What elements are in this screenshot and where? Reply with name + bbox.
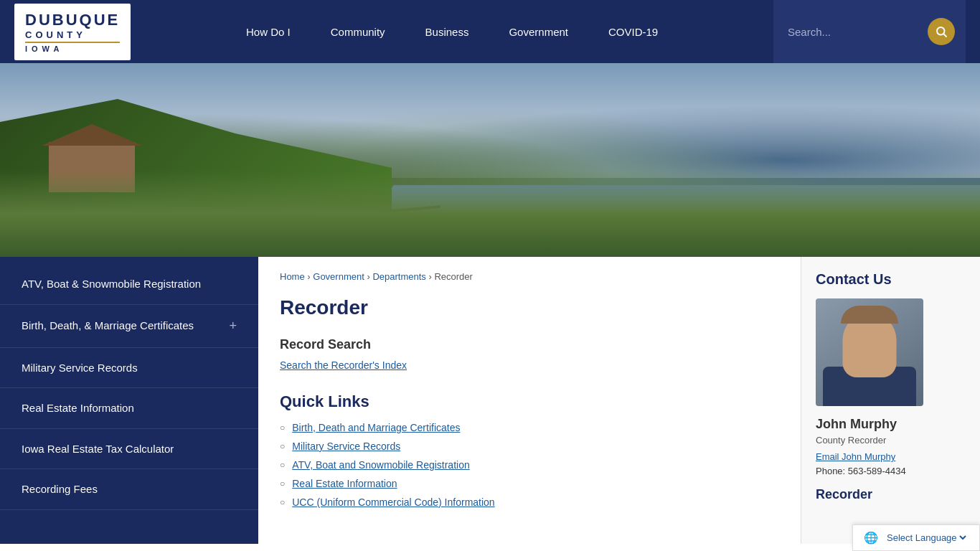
sidebar-item-tax-calc-label: Iowa Real Estate Tax Calculator — [22, 442, 174, 456]
quick-link-atv[interactable]: ATV, Boat and Snowmobile Registration — [292, 459, 469, 471]
header: DUBUQUE COUNTY IOWA How Do I Community B… — [0, 0, 980, 63]
quick-links-title: Quick Links — [280, 392, 779, 411]
sidebar-item-birth-label: Birth, Death, & Marriage Certificates — [22, 319, 194, 333]
sidebar-item-realestate[interactable]: Real Estate Information — [0, 388, 258, 429]
contact-photo-hair — [841, 306, 898, 324]
search-button[interactable] — [928, 18, 955, 45]
contact-photo — [816, 298, 923, 406]
logo-divider — [25, 42, 120, 43]
contact-phone: Phone: 563-589-4434 — [816, 466, 966, 476]
breadcrumb-government[interactable]: Government — [313, 271, 364, 282]
translate-icon: 🌐 — [864, 531, 878, 544]
quick-link-item-4: Real Estate Information — [280, 478, 779, 489]
page-title: Recorder — [280, 296, 779, 319]
sidebar: ATV, Boat & Snowmobile Registration Birt… — [0, 257, 258, 544]
logo-dubuque: DUBUQUE — [25, 11, 120, 29]
quick-link-item-1: Birth, Death and Marriage Certificates — [280, 422, 779, 433]
main-content: Home › Government › Departments › Record… — [258, 257, 801, 544]
hero-banner — [0, 63, 980, 257]
breadcrumb: Home › Government › Departments › Record… — [280, 271, 779, 282]
search-input[interactable] — [784, 22, 928, 42]
search-area — [773, 0, 966, 63]
sidebar-item-atv-label: ATV, Boat & Snowmobile Registration — [22, 277, 201, 291]
quick-link-item-3: ATV, Boat and Snowmobile Registration — [280, 459, 779, 471]
svg-line-1 — [943, 34, 946, 37]
breadcrumb-home[interactable]: Home — [280, 271, 305, 282]
logo[interactable]: DUBUQUE COUNTY IOWA — [14, 4, 131, 60]
quick-link-ucc[interactable]: UCC (Uniform Commercial Code) Informatio… — [292, 496, 494, 508]
sidebar-item-tax-calc[interactable]: Iowa Real Estate Tax Calculator — [0, 429, 258, 470]
quick-link-item-5: UCC (Uniform Commercial Code) Informatio… — [280, 496, 779, 508]
sidebar-item-recording-fees[interactable]: Recording Fees — [0, 469, 258, 510]
sidebar-item-military-label: Military Service Records — [22, 361, 138, 375]
contact-email-link[interactable]: Email John Murphy — [816, 451, 966, 462]
sidebar-item-birth[interactable]: Birth, Death, & Marriage Certificates + — [0, 305, 258, 348]
svg-point-0 — [937, 27, 945, 35]
hero-ground — [0, 171, 980, 257]
sidebar-item-recording-fees-label: Recording Fees — [22, 482, 98, 496]
logo-iowa: IOWA — [25, 44, 120, 53]
quick-links-list: Birth, Death and Marriage Certificates M… — [280, 422, 779, 508]
search-icon — [935, 25, 948, 38]
nav-item-business[interactable]: Business — [405, 0, 489, 63]
logo-county: COUNTY — [25, 29, 120, 40]
breadcrumb-recorder: Recorder — [434, 271, 472, 282]
contact-role: County Recorder — [816, 435, 966, 446]
record-search-title: Record Search — [280, 337, 779, 352]
quick-link-item-2: Military Service Records — [280, 441, 779, 452]
quick-link-military[interactable]: Military Service Records — [292, 441, 400, 452]
sidebar-item-military[interactable]: Military Service Records — [0, 348, 258, 389]
nav-item-how-do-i[interactable]: How Do I — [226, 0, 311, 63]
contact-section-recorder-title: Recorder — [816, 487, 966, 502]
contact-title: Contact Us — [816, 271, 966, 288]
sidebar-item-realestate-label: Real Estate Information — [22, 401, 134, 415]
sidebar-item-atv[interactable]: ATV, Boat & Snowmobile Registration — [0, 264, 258, 305]
nav-item-community[interactable]: Community — [311, 0, 405, 63]
main-container: ATV, Boat & Snowmobile Registration Birt… — [0, 257, 980, 544]
contact-panel: Contact Us John Murphy County Recorder E… — [801, 257, 980, 544]
language-select[interactable]: Select Language Español Français Deutsch — [884, 532, 969, 544]
quick-link-realestate[interactable]: Real Estate Information — [292, 478, 397, 489]
quick-link-birth[interactable]: Birth, Death and Marriage Certificates — [292, 422, 460, 433]
nav-item-government[interactable]: Government — [489, 0, 588, 63]
main-nav: How Do I Community Business Government C… — [131, 0, 773, 63]
nav-item-covid19[interactable]: COVID-19 — [588, 0, 678, 63]
breadcrumb-departments[interactable]: Departments — [372, 271, 425, 282]
record-search-link[interactable]: Search the Recorder's Index — [280, 359, 407, 371]
plus-icon: + — [229, 318, 237, 334]
language-bar: 🌐 Select Language Español Français Deuts… — [852, 524, 980, 544]
contact-name: John Murphy — [816, 417, 966, 432]
